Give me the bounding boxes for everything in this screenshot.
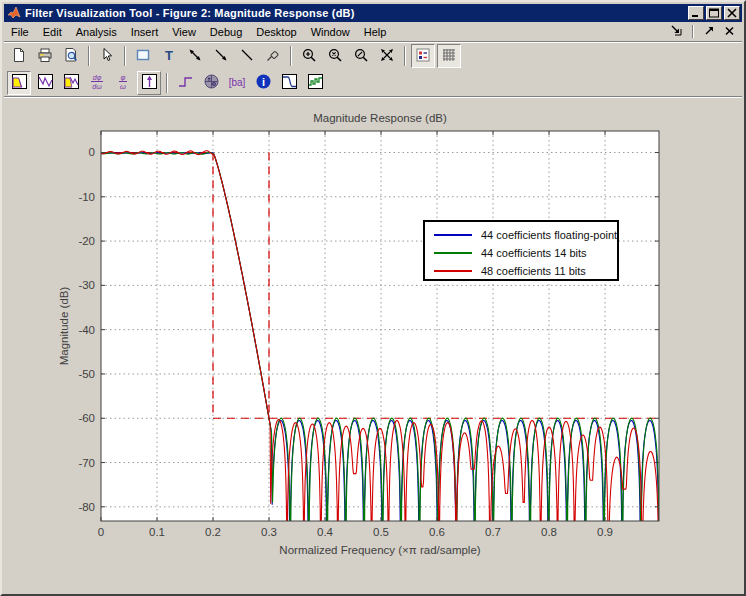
edit-plot-pointer-icon [99,47,115,66]
zoom-in-icon [301,47,317,66]
magnitude-response-plot[interactable]: 00.10.20.30.40.50.60.70.80.90-10-20-30-4… [4,98,746,596]
maximize-button[interactable] [706,6,722,20]
legend-line-sample-green [434,252,472,254]
window-title: Filter Visualization Tool - Figure 2: Ma… [25,7,688,19]
zoom-in-button[interactable] [297,44,321,68]
title-bar[interactable]: Filter Visualization Tool - Figure 2: Ma… [4,4,742,22]
legend-line-sample-blue [434,234,472,236]
fvtool-window: Filter Visualization Tool - Figure 2: Ma… [0,0,746,596]
round-off-noise-psd-icon [307,73,324,93]
x-tick-label: 0.5 [373,526,389,538]
grid-toggle-button[interactable] [437,44,461,68]
full-view-icon [379,47,395,66]
double-arrow-button[interactable] [183,44,207,68]
menu-item-debug[interactable]: Debug [203,24,249,40]
double-arrow-icon [187,47,203,66]
edit-plot-button[interactable] [95,44,119,68]
pin-button[interactable] [261,44,285,68]
toolbar-separator [88,46,90,66]
line-icon [239,47,255,66]
new-figure-icon [11,47,27,66]
pin-icon [265,47,281,66]
menu-item-view[interactable]: View [165,24,203,40]
menu-item-help[interactable]: Help [357,24,394,40]
y-tick-label: -30 [78,279,95,291]
menu-item-file[interactable]: File [4,24,36,40]
magnitude-response-icon [11,73,28,93]
x-tick-label: 0.7 [485,526,501,538]
zoom-y-button[interactable] [349,44,373,68]
undock-figure-icon [703,24,715,39]
legend-box[interactable]: 44 coefficients floating-point 44 coeffi… [423,220,619,281]
legend-toggle-button[interactable] [411,44,435,68]
print-preview-button[interactable] [59,44,83,68]
zoom-x-button[interactable] [323,44,347,68]
menu-item-analysis[interactable]: Analysis [69,24,124,40]
impulse-response-button[interactable] [137,71,161,95]
menu-bar: File Edit Analysis Insert View Debug Des… [4,22,742,41]
menu-item-insert[interactable]: Insert [124,24,166,40]
y-tick-label: -70 [78,457,95,469]
pole-zero-button[interactable] [199,71,223,95]
matlab-app-icon [6,5,22,21]
close-figure-icon [724,24,735,39]
zoom-x-icon [327,47,343,66]
group-delay-button[interactable]: dφdω [85,71,109,95]
close-button[interactable] [724,6,740,20]
analysis-toolbar: dφdω φω [ba] i [4,70,742,96]
phase-delay-icon: φω [114,73,132,93]
x-tick-label: 0.1 [149,526,165,538]
minimize-button[interactable] [688,6,704,20]
toolbar-separator [404,46,406,66]
svg-text:[ba]: [ba] [229,77,246,88]
coefficients-button[interactable]: [ba] [225,71,249,95]
close-figure-button[interactable] [720,24,738,39]
x-tick-label: 0 [98,526,104,538]
full-view-button[interactable] [375,44,399,68]
y-tick-label: -80 [78,501,95,513]
svg-text:i: i [261,76,264,88]
arrow-icon [213,47,229,66]
y-tick-label: 0 [89,146,95,158]
legend-toggle-icon [415,47,431,66]
rectangle-annotation-button[interactable] [131,44,155,68]
filter-info-button[interactable]: i [251,71,275,95]
x-tick-label: 0.9 [597,526,613,538]
legend-entry: 44 coefficients floating-point [434,226,617,244]
magnitude-estimate-icon [281,73,298,93]
undock-figure-button[interactable] [700,24,718,39]
dock-figure-button[interactable] [668,24,686,39]
phase-response-button[interactable] [33,71,57,95]
print-preview-icon [63,47,79,66]
legend-label: 44 coefficients 14 bits [481,247,587,259]
line-button[interactable] [235,44,259,68]
menu-item-window[interactable]: Window [304,24,357,40]
toolbar-separator [124,46,126,66]
new-figure-button[interactable] [7,44,31,68]
magnitude-response-button[interactable] [7,71,31,95]
step-response-button[interactable] [173,71,197,95]
magnitude-phase-icon [63,73,80,93]
print-button[interactable] [33,44,57,68]
text-annotation-button[interactable]: T [157,44,181,68]
rectangle-annotation-icon [135,47,151,66]
magnitude-phase-button[interactable] [59,71,83,95]
round-off-noise-psd-button[interactable] [303,71,327,95]
menu-item-desktop[interactable]: Desktop [249,24,303,40]
x-tick-label: 0.3 [261,526,277,538]
menu-item-edit[interactable]: Edit [36,24,69,40]
magnitude-estimate-button[interactable] [277,71,301,95]
svg-text:dω: dω [92,83,102,90]
text-annotation-icon: T [161,47,177,66]
arrow-button[interactable] [209,44,233,68]
coefficients-icon: [ba] [228,73,246,93]
legend-label: 44 coefficients floating-point [481,229,617,241]
y-tick-label: -10 [78,191,95,203]
x-tick-label: 0.6 [429,526,445,538]
svg-text:T: T [165,47,173,62]
y-tick-label: -50 [78,368,95,380]
x-axis-label: Normalized Frequency (×π rad/sample) [279,544,480,556]
legend-label: 48 coefficients 11 bits [481,265,586,277]
grid-toggle-icon [441,47,457,66]
phase-delay-button[interactable]: φω [111,71,135,95]
